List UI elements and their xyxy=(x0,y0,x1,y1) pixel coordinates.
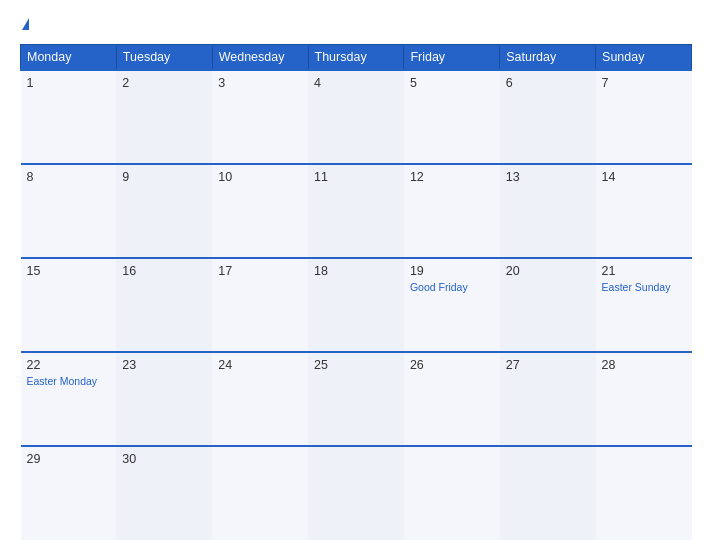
calendar-day-cell xyxy=(308,446,404,540)
logo-triangle-icon xyxy=(22,18,29,30)
calendar-day-cell: 18 xyxy=(308,258,404,352)
calendar-day-cell: 24 xyxy=(212,352,308,446)
weekday-header: Friday xyxy=(404,45,500,71)
calendar-table: MondayTuesdayWednesdayThursdayFridaySatu… xyxy=(20,44,692,540)
header xyxy=(20,18,692,30)
calendar-day-cell: 21Easter Sunday xyxy=(596,258,692,352)
holiday-label: Good Friday xyxy=(410,281,494,293)
calendar-day-cell: 8 xyxy=(21,164,117,258)
calendar-day-cell: 7 xyxy=(596,70,692,164)
day-number: 22 xyxy=(27,358,111,372)
day-number: 19 xyxy=(410,264,494,278)
day-number: 15 xyxy=(27,264,111,278)
calendar-day-cell: 17 xyxy=(212,258,308,352)
calendar-week-row: 891011121314 xyxy=(21,164,692,258)
day-number: 9 xyxy=(122,170,206,184)
calendar-day-cell: 20 xyxy=(500,258,596,352)
weekday-header-row: MondayTuesdayWednesdayThursdayFridaySatu… xyxy=(21,45,692,71)
calendar-day-cell: 11 xyxy=(308,164,404,258)
calendar-day-cell: 28 xyxy=(596,352,692,446)
day-number: 16 xyxy=(122,264,206,278)
calendar-day-cell xyxy=(596,446,692,540)
calendar-day-cell xyxy=(500,446,596,540)
day-number: 24 xyxy=(218,358,302,372)
calendar-day-cell xyxy=(404,446,500,540)
calendar-day-cell: 22Easter Monday xyxy=(21,352,117,446)
day-number: 1 xyxy=(27,76,111,90)
calendar-day-cell: 5 xyxy=(404,70,500,164)
calendar-day-cell: 10 xyxy=(212,164,308,258)
day-number: 27 xyxy=(506,358,590,372)
day-number: 20 xyxy=(506,264,590,278)
day-number: 25 xyxy=(314,358,398,372)
calendar-day-cell xyxy=(212,446,308,540)
weekday-header: Sunday xyxy=(596,45,692,71)
day-number: 13 xyxy=(506,170,590,184)
day-number: 7 xyxy=(602,76,686,90)
day-number: 11 xyxy=(314,170,398,184)
weekday-header: Wednesday xyxy=(212,45,308,71)
day-number: 14 xyxy=(602,170,686,184)
calendar-day-cell: 13 xyxy=(500,164,596,258)
calendar-day-cell: 16 xyxy=(116,258,212,352)
calendar-week-row: 1516171819Good Friday2021Easter Sunday xyxy=(21,258,692,352)
calendar-day-cell: 30 xyxy=(116,446,212,540)
day-number: 17 xyxy=(218,264,302,278)
day-number: 3 xyxy=(218,76,302,90)
calendar-day-cell: 6 xyxy=(500,70,596,164)
calendar-day-cell: 14 xyxy=(596,164,692,258)
day-number: 8 xyxy=(27,170,111,184)
day-number: 28 xyxy=(602,358,686,372)
calendar-day-cell: 15 xyxy=(21,258,117,352)
calendar-day-cell: 2 xyxy=(116,70,212,164)
calendar-day-cell: 19Good Friday xyxy=(404,258,500,352)
calendar-week-row: 22Easter Monday232425262728 xyxy=(21,352,692,446)
calendar-day-cell: 4 xyxy=(308,70,404,164)
calendar-week-row: 1234567 xyxy=(21,70,692,164)
calendar-day-cell: 27 xyxy=(500,352,596,446)
calendar-day-cell: 26 xyxy=(404,352,500,446)
day-number: 18 xyxy=(314,264,398,278)
calendar-day-cell: 3 xyxy=(212,70,308,164)
calendar-week-row: 2930 xyxy=(21,446,692,540)
weekday-header: Saturday xyxy=(500,45,596,71)
holiday-label: Easter Sunday xyxy=(602,281,686,293)
day-number: 12 xyxy=(410,170,494,184)
holiday-label: Easter Monday xyxy=(27,375,111,387)
calendar-day-cell: 1 xyxy=(21,70,117,164)
day-number: 30 xyxy=(122,452,206,466)
day-number: 5 xyxy=(410,76,494,90)
day-number: 21 xyxy=(602,264,686,278)
logo xyxy=(20,18,29,30)
day-number: 26 xyxy=(410,358,494,372)
calendar-day-cell: 29 xyxy=(21,446,117,540)
day-number: 4 xyxy=(314,76,398,90)
weekday-header: Tuesday xyxy=(116,45,212,71)
day-number: 29 xyxy=(27,452,111,466)
calendar-day-cell: 12 xyxy=(404,164,500,258)
weekday-header: Monday xyxy=(21,45,117,71)
day-number: 10 xyxy=(218,170,302,184)
day-number: 6 xyxy=(506,76,590,90)
day-number: 2 xyxy=(122,76,206,90)
calendar-day-cell: 25 xyxy=(308,352,404,446)
calendar-day-cell: 23 xyxy=(116,352,212,446)
weekday-header: Thursday xyxy=(308,45,404,71)
calendar-day-cell: 9 xyxy=(116,164,212,258)
day-number: 23 xyxy=(122,358,206,372)
page: MondayTuesdayWednesdayThursdayFridaySatu… xyxy=(0,0,712,550)
